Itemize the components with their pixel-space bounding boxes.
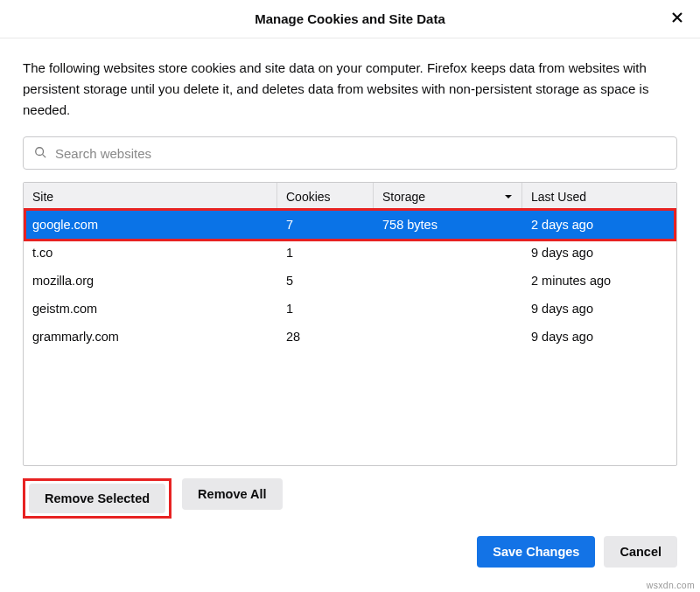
cell-lastused: 9 days ago: [522, 330, 676, 344]
cell-site: mozilla.org: [24, 274, 277, 288]
cell-cookies: 28: [277, 330, 374, 344]
cell-lastused: 9 days ago: [522, 246, 676, 260]
column-storage[interactable]: Storage: [374, 183, 522, 210]
sort-desc-icon: [504, 190, 513, 204]
cell-lastused: 2 minutes ago: [522, 274, 676, 288]
cell-site: google.com: [24, 218, 277, 232]
table-row[interactable]: grammarly.com289 days ago: [24, 323, 676, 351]
column-site[interactable]: Site: [24, 183, 277, 210]
cell-site: grammarly.com: [24, 330, 277, 344]
column-lastused[interactable]: Last Used: [522, 183, 676, 210]
save-changes-button[interactable]: Save Changes: [477, 536, 595, 568]
column-cookies[interactable]: Cookies: [277, 183, 374, 210]
dialog-footer: Save Changes Cancel: [0, 536, 700, 580]
table-row[interactable]: google.com7758 bytes2 days ago: [24, 211, 676, 239]
table-row[interactable]: t.co19 days ago: [24, 239, 676, 267]
sites-table: Site Cookies Storage Last Used google.co…: [23, 182, 677, 466]
cell-site: t.co: [24, 246, 277, 260]
remove-selected-button[interactable]: Remove Selected: [29, 484, 165, 513]
table-row[interactable]: mozilla.org52 minutes ago: [24, 267, 676, 295]
cell-cookies: 7: [277, 218, 374, 232]
cell-site: geistm.com: [24, 302, 277, 316]
table-row[interactable]: geistm.com19 days ago: [24, 295, 676, 323]
table-body: google.com7758 bytes2 days agot.co19 day…: [24, 211, 676, 351]
dialog-title: Manage Cookies and Site Data: [255, 11, 445, 26]
watermark: wsxdn.com: [647, 580, 695, 590]
cell-lastused: 9 days ago: [522, 302, 676, 316]
cell-cookies: 1: [277, 302, 374, 316]
search-icon: [34, 146, 53, 161]
remove-selected-highlight: Remove Selected: [23, 478, 172, 519]
close-icon: [670, 10, 684, 27]
close-button[interactable]: [665, 7, 690, 31]
remove-all-button[interactable]: Remove All: [182, 478, 282, 510]
search-field[interactable]: [23, 136, 677, 170]
dialog-content: The following websites store cookies and…: [0, 38, 700, 531]
cancel-button[interactable]: Cancel: [604, 536, 677, 568]
cell-lastused: 2 days ago: [522, 218, 676, 232]
cell-storage: 758 bytes: [374, 218, 522, 232]
dialog-header: Manage Cookies and Site Data: [0, 0, 700, 38]
action-row: Remove Selected Remove All: [23, 478, 677, 519]
description-text: The following websites store cookies and…: [23, 58, 677, 121]
cell-cookies: 5: [277, 274, 374, 288]
search-input[interactable]: [53, 145, 666, 162]
svg-point-0: [36, 147, 44, 155]
cell-cookies: 1: [277, 246, 374, 260]
column-storage-label: Storage: [382, 190, 425, 204]
table-header: Site Cookies Storage Last Used: [24, 183, 676, 211]
